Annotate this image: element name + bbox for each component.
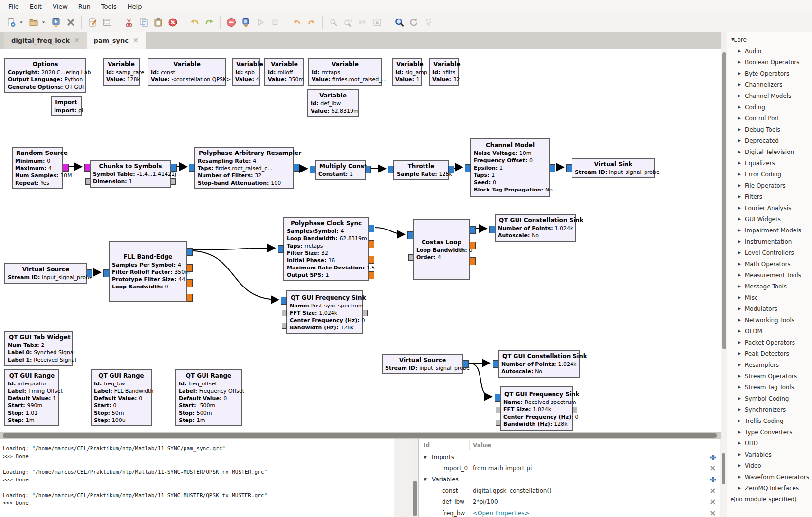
sidebar-item-resamplers[interactable]: ▶Resamplers (727, 359, 812, 370)
blue-port[interactable] (566, 164, 572, 172)
block-virtual-sink[interactable]: Virtual SinkStream ID: input_signal_prob… (572, 158, 655, 178)
gray-port[interactable] (408, 254, 413, 261)
chevron-right-icon[interactable]: ▶ (738, 138, 741, 143)
gray-port[interactable] (572, 407, 577, 413)
chevron-right-icon[interactable]: ▶ (738, 262, 741, 266)
sidebar-item-debug-tools[interactable]: ▶Debug Tools (727, 124, 812, 135)
blue-port[interactable] (103, 269, 109, 277)
sidebar-item-impairment-models[interactable]: ▶Impairment Models (727, 225, 812, 236)
sidebar-item-control-port[interactable]: ▶Control Port (727, 113, 812, 124)
sidebar-item-packet-operators[interactable]: ▶Packet Operators (727, 337, 812, 348)
chevron-right-icon[interactable]: ▶ (738, 194, 741, 199)
open-flowgraph-icon[interactable] (26, 15, 41, 30)
disable-block-icon[interactable] (341, 15, 355, 30)
menu-edit[interactable]: Edit (24, 1, 47, 12)
chevron-right-icon[interactable]: ▶ (738, 105, 741, 109)
blue-port[interactable] (294, 164, 299, 172)
generate-flowgraph-icon[interactable] (239, 15, 253, 30)
gray-port[interactable] (85, 178, 90, 185)
sidebar-item-filters[interactable]: ▶Filters (727, 191, 812, 202)
reload-blocks-icon[interactable] (406, 15, 421, 30)
blue-port[interactable] (550, 164, 555, 172)
chevron-right-icon[interactable]: ▶ (738, 396, 741, 401)
gray-port[interactable] (496, 407, 500, 413)
gray-port[interactable] (282, 323, 287, 329)
add-entry-icon[interactable] (710, 454, 717, 461)
sidebar-item-channel-models[interactable]: ▶Channel Models (727, 90, 812, 101)
sidebar-item-deprecated[interactable]: ▶Deprecated (727, 135, 812, 146)
block-fll-band-edge[interactable]: FLL Band-EdgeSamples Per Symbol: 4Filter… (109, 241, 187, 302)
sidebar-item-stream-tag-tools[interactable]: ▶Stream Tag Tools (727, 382, 812, 393)
orange-port[interactable] (470, 242, 476, 249)
sidebar-item-equalizers[interactable]: ▶Equalizers (727, 157, 812, 169)
block-variable-sig-amp[interactable]: VariableId: sig_ampValue: 1 (392, 58, 422, 86)
block-qt-gui-tab-widget[interactable]: QT GUI Tab WidgetNum Tabs: 2Label 0: Syn… (4, 331, 73, 366)
remove-entry-icon[interactable] (710, 499, 717, 506)
blue-port[interactable] (465, 164, 471, 172)
tab-close-icon[interactable]: ✕ (133, 37, 139, 44)
orange-port[interactable] (369, 271, 374, 279)
block-qt-gui-frequency-sink-2[interactable]: QT GUI Frequency SinkName: Received spec… (500, 386, 573, 431)
delete-icon[interactable] (166, 15, 180, 30)
variable-editor-section-variables[interactable]: ▼Variables (419, 475, 720, 486)
sidebar-item-synchronizers[interactable]: ▶Synchronizers (727, 404, 812, 415)
chevron-down-icon[interactable]: ▼ (424, 455, 427, 460)
sidebar-item-variables[interactable]: ▶Variables (727, 449, 812, 460)
block-throttle[interactable]: ThrottleSample Rate: 128k (393, 160, 449, 180)
add-entry-icon[interactable] (710, 477, 717, 484)
chevron-right-icon[interactable]: ▶ (738, 71, 741, 76)
sidebar-item-channelizers[interactable]: ▶Channelizers (727, 79, 812, 90)
block-variable-rrctaps[interactable]: VariableId: rrctapsValue: firdes.root_ra… (308, 58, 382, 86)
block-qt-gui-range-freq-offset[interactable]: QT GUI RangeId: freq_offsetLabel: Freque… (175, 369, 242, 426)
sidebar-item-digital-television[interactable]: ▶Digital Television (727, 146, 812, 157)
chevron-down-icon[interactable]: ▼ (424, 477, 427, 482)
chevron-right-icon[interactable]: ▶ (738, 94, 741, 98)
chevron-right-icon[interactable]: ▶ (738, 49, 741, 53)
blue-port[interactable] (407, 231, 413, 239)
chevron-right-icon[interactable]: ▶ (738, 419, 741, 423)
blue-port[interactable] (189, 164, 195, 172)
sidebar-item-waveform-generators[interactable]: ▶Waveform Generators (727, 471, 812, 482)
magenta-port[interactable] (84, 164, 90, 172)
connection[interactable] (375, 228, 405, 234)
block-variable-spb[interactable]: VariableId: spbValue: 4 (232, 58, 260, 86)
chevron-right-icon[interactable]: ▶ (738, 60, 741, 64)
connection[interactable] (193, 248, 275, 250)
menu-run[interactable]: Run (73, 1, 96, 12)
flowgraph-canvas[interactable]: OptionsCopyright: 2020 C...ering LabOutp… (0, 49, 721, 432)
new-dropdown-caret-icon[interactable] (18, 15, 26, 30)
sidebar-item-coding[interactable]: ▶Coding (727, 101, 812, 113)
sidebar-item-peak-detectors[interactable]: ▶Peak Detectors (727, 348, 812, 359)
chevron-right-icon[interactable]: ▶ (738, 340, 741, 345)
canvas-horizontal-scrollbar[interactable] (0, 432, 721, 439)
flowgraph-properties-icon[interactable] (85, 15, 100, 30)
chevron-right-icon[interactable]: ▶ (738, 82, 741, 87)
blue-port[interactable] (87, 269, 92, 277)
block-virtual-source-2[interactable]: Virtual SourceStream ID: input_signal_pr… (382, 354, 463, 374)
chevron-right-icon[interactable]: ▶ (738, 284, 741, 288)
chevron-right-icon[interactable]: ▶ (738, 306, 741, 311)
sidebar-item-modulators[interactable]: ▶Modulators (727, 303, 812, 314)
view-errors-icon[interactable] (224, 15, 239, 30)
blue-port[interactable] (388, 166, 394, 173)
sidebar-item-type-converters[interactable]: ▶Type Converters (727, 426, 812, 438)
sidebar-item-zeromq-interfaces[interactable]: ▶ZeroMQ Interfaces (727, 482, 812, 494)
execute-flowgraph-icon[interactable] (253, 15, 268, 30)
blue-port[interactable] (187, 248, 193, 256)
gray-port[interactable] (363, 310, 368, 316)
sidebar-item-video[interactable]: ▶Video (727, 460, 812, 471)
blue-port[interactable] (493, 360, 498, 368)
block-options[interactable]: OptionsCopyright: 2020 C...ering LabOutp… (4, 58, 86, 93)
block-channel-model[interactable]: Channel ModelNoise Voltage: 10mFrequency… (470, 138, 550, 197)
sidebar-item-fourier-analysis[interactable]: ▶Fourier Analysis (727, 202, 812, 213)
redo-icon[interactable] (202, 15, 217, 30)
chevron-right-icon[interactable]: ▶ (738, 374, 741, 378)
chevron-right-icon[interactable]: ▶ (738, 228, 741, 232)
sidebar-item-instrumentation[interactable]: ▶Instrumentation (727, 236, 812, 247)
sidebar-item-level-controllers[interactable]: ▶Level Controllers (727, 247, 812, 258)
chevron-right-icon[interactable]: ▶ (738, 385, 741, 389)
chevron-right-icon[interactable]: ▶ (738, 183, 741, 188)
blue-port[interactable] (310, 166, 315, 173)
blue-port[interactable] (171, 164, 177, 172)
sidebar-item-boolean-operators[interactable]: ▶Boolean Operators (727, 57, 812, 68)
